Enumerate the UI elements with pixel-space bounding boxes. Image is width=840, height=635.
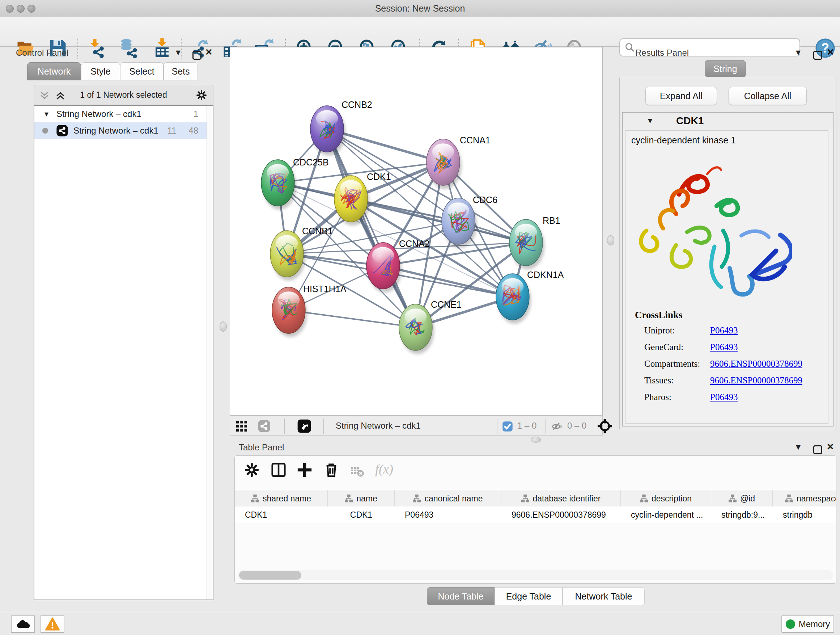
table-panel-float-icon[interactable]: ▾	[796, 443, 801, 450]
cytoscape-window: Session: New Session	[0, 0, 840, 635]
control-panel-maximize-icon[interactable]	[193, 51, 202, 60]
scrollbar-thumb[interactable]	[239, 571, 302, 580]
network-node-CCNE1[interactable]: CCNE1	[399, 299, 462, 354]
toolbar-separator	[181, 38, 182, 59]
string-network-graph[interactable]: CCNB2CCNA1CDC25BCDK1CDC6RB1CCNB1CCNA2CDK…	[230, 48, 602, 415]
expand-all-button[interactable]: Expand All	[645, 87, 717, 105]
cell-id[interactable]: stringdb:9...	[711, 507, 773, 523]
crosslink-genecard-link[interactable]: P06493	[710, 342, 737, 352]
network-options-gear-icon[interactable]	[196, 89, 207, 101]
network-edge[interactable]	[351, 199, 526, 242]
crosslink-label: Tissues:	[644, 375, 674, 386]
cell-canonical-name[interactable]: P06493	[395, 507, 501, 523]
network-node-CCNA2[interactable]: CCNA2	[366, 239, 430, 293]
results-panel-close-icon[interactable]: ×	[827, 48, 834, 56]
column-header-name[interactable]: name	[328, 490, 395, 507]
cell-shared-name[interactable]: CDK1	[235, 507, 328, 523]
memory-button[interactable]: Memory	[782, 616, 834, 633]
table-panel-maximize-icon[interactable]	[813, 445, 822, 454]
crosslink-pharos-link[interactable]: P06493	[710, 392, 737, 402]
grid-view-icon[interactable]	[235, 420, 248, 432]
network-selected-status: 1 of 1 Network selected	[34, 90, 213, 100]
tab-edge-table[interactable]: Edge Table	[494, 587, 562, 605]
gene-name: CDK1	[676, 115, 704, 127]
results-panel-maximize-icon[interactable]	[813, 51, 822, 60]
cell-description[interactable]: cyclin-dependent ...	[621, 507, 711, 523]
network-node-CCNB1[interactable]: CCNB1	[270, 226, 333, 280]
network-node-RB1[interactable]: RB1	[509, 215, 561, 269]
column-header-canonical-name[interactable]: canonical name	[395, 490, 501, 507]
network-list-toolbar: 1 of 1 Network selected	[34, 85, 213, 105]
tab-sets[interactable]: Sets	[164, 62, 198, 80]
cell-database-identifier[interactable]: 9606.ENSP00000378699	[501, 507, 621, 523]
gene-collapse-icon[interactable]: ▾	[648, 116, 652, 126]
share-view-icon[interactable]	[257, 420, 271, 432]
collapse-all-button[interactable]: Collapse All	[729, 87, 807, 105]
network-node-CCNB2[interactable]: CCNB2	[310, 100, 372, 156]
table-row[interactable]: CDK1 CDK1 P06493 9606.ENSP00000378699 cy…	[235, 507, 836, 523]
delete-column-icon[interactable]	[323, 462, 340, 478]
column-header-namespace[interactable]: namespace	[773, 490, 836, 507]
node-label: CCNE1	[431, 299, 462, 310]
control-panel-float-icon[interactable]: ▾	[176, 49, 180, 56]
hidden-node-edge-counts: 0 – 0	[567, 421, 586, 431]
node-label: CCNB2	[341, 100, 372, 110]
bottom-splitter-handle[interactable]	[531, 437, 541, 443]
tab-network-table[interactable]: Network Table	[562, 587, 645, 605]
show-columns-icon[interactable]	[270, 462, 287, 478]
table-options-gear-icon[interactable]	[243, 462, 260, 478]
network-tree-item-row[interactable]: String Network – cdk1 11 48	[34, 122, 213, 139]
warnings-button[interactable]	[41, 616, 65, 633]
selected-checkbox-icon[interactable]	[502, 421, 513, 432]
column-header-description[interactable]: description	[621, 490, 711, 507]
network-tree: ▾ String Network – cdk1 1 String Network…	[34, 105, 213, 600]
tab-style[interactable]: Style	[81, 62, 120, 80]
birds-eye-view-icon[interactable]	[297, 419, 311, 433]
left-splitter-handle[interactable]	[219, 321, 227, 332]
results-panel-float-icon[interactable]: ▾	[796, 49, 801, 56]
import-network-database-icon[interactable]	[119, 38, 139, 58]
cell-name[interactable]: CDK1	[328, 507, 395, 523]
table-panel-close-icon[interactable]: ×	[827, 442, 834, 450]
column-header-database-identifier[interactable]: database identifier	[501, 490, 621, 507]
right-splitter-handle[interactable]	[607, 235, 614, 245]
tree-collapse-icon[interactable]: ▾	[44, 109, 49, 119]
tab-select[interactable]: Select	[120, 62, 164, 80]
cell-namespace[interactable]: stringdb	[773, 507, 836, 523]
network-node-HIST1H1A[interactable]: HIST1H1A	[272, 284, 347, 337]
crosslink-uniprot-link[interactable]: P06493	[710, 325, 737, 336]
function-builder-icon: f(x)	[375, 462, 393, 477]
tab-network[interactable]: Network	[27, 62, 81, 80]
tab-node-table[interactable]: Node Table	[427, 587, 494, 605]
tab-string[interactable]: String	[705, 60, 746, 78]
node-label: CCNB1	[302, 226, 333, 236]
node-label: CDC6	[473, 195, 497, 205]
import-table-icon[interactable]	[152, 38, 172, 58]
gene-description: cyclin-dependent kinase 1	[631, 135, 736, 146]
crosslink-tissues-link[interactable]: 9606.ENSP00000378699	[710, 375, 802, 386]
network-item-label: String Network – cdk1	[73, 126, 158, 136]
cloud-status-button[interactable]	[11, 616, 35, 633]
node-label: CDC25B	[293, 157, 329, 167]
create-column-icon[interactable]	[296, 462, 313, 478]
column-header-shared-name[interactable]: shared name	[235, 490, 328, 507]
import-network-file-icon[interactable]	[88, 38, 108, 58]
network-node-CDKN1A[interactable]: CDKN1A	[496, 270, 564, 324]
crosslink-label: Compartments:	[644, 359, 700, 369]
network-tree-root-row[interactable]: ▾ String Network – cdk1 1	[34, 106, 213, 122]
column-header-id[interactable]: @id	[711, 490, 773, 507]
tree-scrollbar[interactable]	[207, 106, 213, 600]
network-canvas[interactable]: CCNB2CCNA1CDC25BCDK1CDC6RB1CCNB1CCNA2CDK…	[230, 47, 603, 416]
network-edge[interactable]	[289, 310, 416, 327]
table-horizontal-scrollbar[interactable]	[238, 570, 833, 580]
network-node-CDC25B[interactable]: CDC25B	[261, 157, 329, 210]
network-node-CCNA1[interactable]: CCNA1	[426, 135, 491, 189]
toolbar-separator	[77, 38, 78, 59]
control-panel-close-icon[interactable]: ×	[205, 48, 212, 56]
crosslink-label: Pharos:	[644, 392, 671, 402]
gene-section-header[interactable]: ▾ CDK1	[622, 112, 833, 130]
crosslink-compartments-link[interactable]: 9606.ENSP00000378699	[710, 359, 802, 369]
network-status-dot	[42, 128, 48, 134]
crosshair-icon[interactable]	[598, 419, 612, 433]
gene-details: cyclin-dependent kinase 1	[625, 130, 829, 424]
